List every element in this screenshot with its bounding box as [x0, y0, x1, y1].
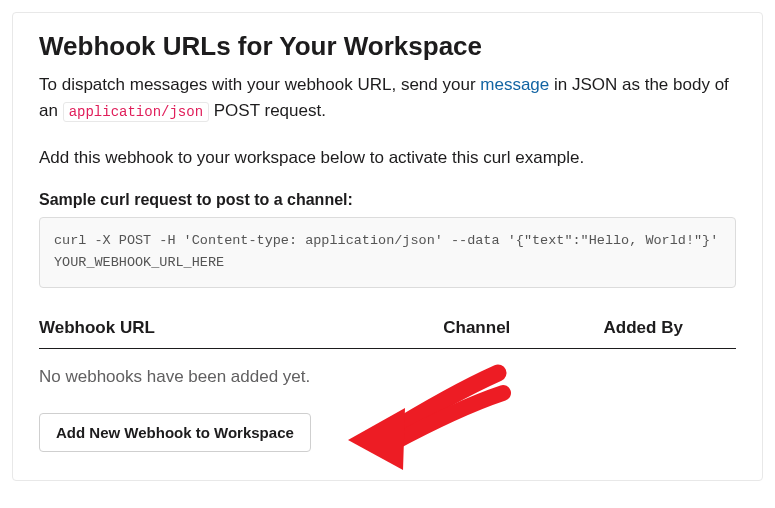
- webhook-settings-card: Webhook URLs for Your Workspace To dispa…: [12, 12, 763, 481]
- message-link[interactable]: message: [480, 75, 549, 94]
- svg-marker-0: [348, 408, 405, 470]
- curl-code-block[interactable]: curl -X POST -H 'Content-type: applicati…: [39, 217, 736, 288]
- intro-text-1: To dispatch messages with your webhook U…: [39, 75, 480, 94]
- sub-instruction: Add this webhook to your workspace below…: [39, 145, 736, 171]
- column-added-by: Added By: [604, 318, 736, 338]
- column-webhook-url: Webhook URL: [39, 318, 443, 338]
- content-type-code: application/json: [63, 102, 209, 122]
- webhook-table-header: Webhook URL Channel Added By: [39, 318, 736, 349]
- sample-curl-label: Sample curl request to post to a channel…: [39, 191, 736, 209]
- page-title: Webhook URLs for Your Workspace: [39, 31, 736, 62]
- intro-text-3: POST request.: [209, 101, 326, 120]
- empty-state-message: No webhooks have been added yet.: [39, 367, 736, 387]
- add-webhook-button[interactable]: Add New Webhook to Workspace: [39, 413, 311, 452]
- intro-paragraph: To dispatch messages with your webhook U…: [39, 72, 736, 125]
- column-channel: Channel: [443, 318, 603, 338]
